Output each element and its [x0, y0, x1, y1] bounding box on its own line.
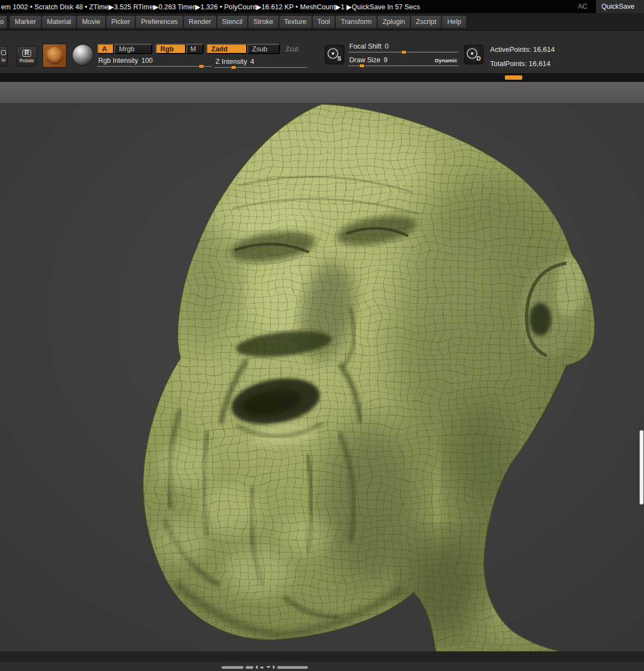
- focal-shift-slider-handle[interactable]: [401, 50, 407, 54]
- scroll-up-arrow-icon[interactable]: [260, 666, 264, 668]
- focal-shift-track[interactable]: [348, 52, 458, 52]
- focal-shift-value: 0: [385, 43, 389, 50]
- hscroll-segment-left[interactable]: [222, 666, 243, 669]
- points-stats: ActivePoints: 16,614 TotalPoints: 16,614: [490, 43, 555, 71]
- active-points-stat: ActivePoints: 16,614: [490, 43, 555, 57]
- menu-item-render[interactable]: Render: [184, 16, 216, 28]
- bottom-scrollbar: [0, 662, 644, 671]
- zcut-mode-button[interactable]: Zcut: [285, 45, 298, 53]
- top-shelf-toolbar: le R Rotate A Mrgb Rgb M Zadd Zsub Zcut …: [0, 31, 644, 73]
- ac-indicator[interactable]: AC: [578, 3, 596, 10]
- hscroll-segment-right[interactable]: [277, 666, 308, 669]
- svg-text:S: S: [337, 55, 341, 62]
- focal-shift-icon: [332, 52, 334, 55]
- menu-item-transform[interactable]: Transform: [336, 16, 377, 28]
- z-intensity-value: 4: [251, 58, 254, 66]
- menu-item-texture[interactable]: Texture: [279, 16, 312, 28]
- z-intensity-track[interactable]: [214, 67, 307, 68]
- focal-shift-slider[interactable]: Focal Shift 0: [348, 43, 458, 52]
- mrgb-mode-button[interactable]: Mrgb: [114, 44, 152, 54]
- document-canvas[interactable]: [0, 104, 644, 651]
- current-material-sphere[interactable]: [73, 45, 93, 66]
- rgb-intensity-slider-handle[interactable]: [199, 64, 204, 68]
- top-scrollbar-thumb[interactable]: [505, 75, 522, 80]
- title-bar: em 1002 • Scratch Disk 48 • ZTime▶3.525 …: [0, 0, 644, 13]
- anchor-mode-button[interactable]: A: [97, 44, 114, 54]
- z-intensity-slider[interactable]: Z Intensity 4: [214, 58, 307, 68]
- draw-size-track[interactable]: [348, 66, 458, 66]
- current-brush-thumbnail[interactable]: [43, 44, 67, 68]
- focal-shift-icon-button[interactable]: S: [325, 45, 344, 64]
- menu-item-preferences[interactable]: Preferences: [136, 16, 182, 28]
- menu-item-partial[interactable]: o: [0, 16, 7, 28]
- scroll-down-arrow-icon[interactable]: [266, 666, 271, 668]
- rgb-mode-button[interactable]: Rgb: [156, 44, 186, 54]
- rgb-intensity-track[interactable]: [97, 66, 212, 67]
- menu-item-tool[interactable]: Tool: [313, 16, 335, 28]
- menu-item-zscript[interactable]: Zscript: [411, 16, 442, 28]
- zadd-mode-button[interactable]: Zadd: [206, 44, 247, 54]
- menu-item-zplugin[interactable]: Zplugin: [378, 16, 410, 28]
- menu-item-stencil[interactable]: Stencil: [217, 16, 248, 28]
- rotate-tool-button[interactable]: R Rotate: [16, 46, 37, 67]
- draw-size-icon-button[interactable]: D: [464, 45, 484, 64]
- draw-size-icon: [471, 52, 473, 55]
- menu-item-movie[interactable]: Movie: [77, 16, 105, 28]
- right-scrollbar-thumb[interactable]: [640, 430, 643, 504]
- canvas-bottom-margin: [0, 651, 644, 662]
- menu-item-marker[interactable]: Marker: [10, 16, 41, 28]
- menu-item-help[interactable]: Help: [442, 16, 466, 28]
- top-scroll-strip: [0, 73, 644, 82]
- menu-item-picker[interactable]: Picker: [106, 16, 135, 28]
- draw-size-value: 9: [384, 56, 387, 64]
- m-mode-button[interactable]: M: [186, 44, 204, 54]
- svg-text:D: D: [476, 55, 481, 62]
- canvas-top-margin: [0, 82, 644, 104]
- hscroll-segment-mid[interactable]: [246, 666, 253, 669]
- sculpted-head-model: [0, 104, 644, 651]
- scale-icon: [1, 50, 6, 55]
- quicksave-button[interactable]: QuickSave: [596, 0, 644, 13]
- zsub-mode-button[interactable]: Zsub: [247, 44, 280, 54]
- scroll-left-arrow-icon[interactable]: [255, 665, 258, 669]
- status-text: em 1002 • Scratch Disk 48 • ZTime▶3.525 …: [0, 3, 420, 11]
- dynamic-mode-label[interactable]: Dynamic: [435, 57, 457, 63]
- draw-size-slider[interactable]: Draw Size 9 Dynamic: [348, 56, 458, 66]
- z-intensity-slider-handle[interactable]: [231, 66, 236, 69]
- draw-size-slider-handle[interactable]: [359, 64, 365, 68]
- rotate-icon: R: [22, 50, 32, 57]
- rgb-intensity-slider[interactable]: Rgb Intensity 100: [97, 57, 212, 67]
- rgb-intensity-value: 100: [141, 57, 153, 64]
- scale-tool-button-partial[interactable]: le: [0, 46, 8, 67]
- scroll-right-arrow-icon[interactable]: [273, 665, 275, 669]
- total-points-stat: TotalPoints: 16,614: [490, 57, 555, 71]
- menu-bar: o Marker Material Movie Picker Preferenc…: [0, 13, 644, 31]
- menu-item-stroke[interactable]: Stroke: [248, 16, 278, 28]
- menu-item-material[interactable]: Material: [42, 16, 76, 28]
